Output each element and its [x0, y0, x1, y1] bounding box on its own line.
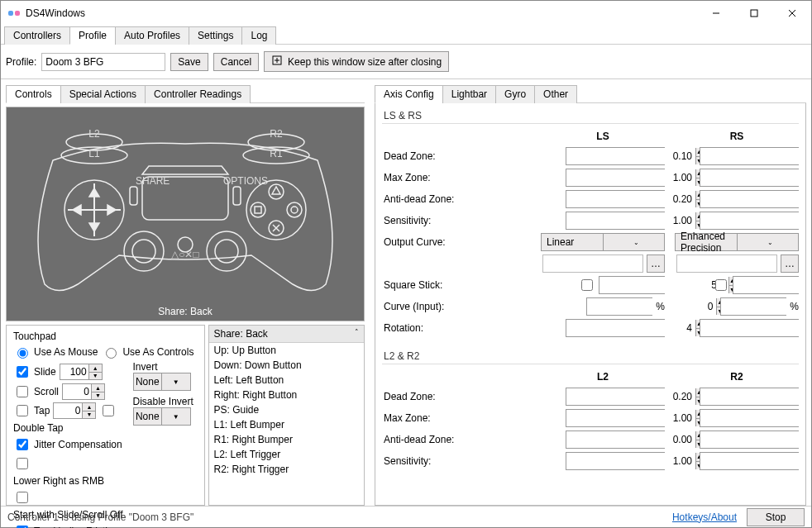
mapping-item[interactable]: Down: Down Button [209, 358, 365, 373]
tap-spin[interactable]: ▲▼ [53, 402, 96, 419]
l2-sens-input[interactable]: ▲▼ [566, 452, 665, 470]
rs-curvein-input[interactable]: ▲▼ [720, 297, 786, 316]
svg-text:R1: R1 [270, 148, 283, 159]
svg-text:L1: L1 [88, 148, 100, 159]
tab-axis-config[interactable]: Axis Config [375, 85, 443, 103]
left-subtabs: Controls Special Actions Controller Read… [6, 84, 365, 103]
tab-special-actions[interactable]: Special Actions [60, 85, 146, 103]
slide-check[interactable] [17, 366, 28, 378]
ls-sens-input[interactable]: ▲▼ [566, 212, 665, 230]
save-button[interactable]: Save [170, 53, 208, 71]
mapping-item[interactable]: Up: Up Button [209, 343, 365, 358]
minimize-button[interactable] [697, 1, 735, 26]
ls-maxzone-label: Max Zone: [382, 167, 531, 188]
ls-antidead-input[interactable]: ▲▼ [566, 190, 665, 208]
tab-auto-profiles[interactable]: Auto Profiles [115, 26, 189, 45]
ls-antidead-label: Anti-dead Zone: [382, 188, 531, 210]
slide-spin[interactable]: ▲▼ [60, 364, 103, 380]
mapping-item[interactable]: L2: Left Trigger [209, 447, 365, 462]
rs-sens-input[interactable]: ▲▼ [700, 212, 799, 230]
status-text: Controller 1 is using Profile "Doom 3 BF… [7, 511, 193, 523]
svg-point-27 [291, 207, 298, 213]
controller-diagram[interactable]: L2 R2 L1 R1 SHARE OPTIONS [6, 107, 365, 321]
jitter-check[interactable] [17, 439, 28, 450]
r2-sens-input[interactable]: ▲▼ [700, 452, 799, 470]
rs-deadzone-input[interactable]: ▲▼ [700, 147, 799, 165]
lsrs-section-label: LS & RS [382, 107, 799, 124]
start-slide-off-check[interactable] [17, 492, 28, 503]
tap-check[interactable] [17, 405, 28, 416]
rs-browse-button[interactable]: … [781, 254, 799, 273]
mapping-list: Share: Back ˄ Up: Up Button Down: Down B… [208, 325, 365, 506]
rs-maxzone-input[interactable]: ▲▼ [700, 169, 799, 187]
rs-square-check[interactable] [715, 279, 727, 291]
tab-controls[interactable]: Controls [6, 85, 61, 103]
tab-log[interactable]: Log [241, 26, 276, 45]
tab-other[interactable]: Other [534, 85, 577, 103]
scroll-spin[interactable]: ▲▼ [62, 383, 105, 400]
chevron-up-icon[interactable]: ˄ [355, 328, 359, 340]
mapping-item[interactable]: Right: Right Button [209, 388, 365, 402]
axis-config-panel[interactable]: LS & RS LSRS Dead Zone: ▲▼ ▲▼ Max Zone: … [375, 103, 806, 506]
ls-outputcurve-combo[interactable]: Linear⌄ [541, 233, 665, 251]
ls-deadzone-label: Dead Zone: [382, 145, 531, 167]
invert-combo[interactable]: None▼ [133, 373, 191, 391]
ls-browse-button[interactable]: … [647, 254, 665, 273]
doubletap-check[interactable] [103, 405, 114, 416]
scroll-check[interactable] [17, 386, 28, 397]
l2-deadzone-input[interactable]: ▲▼ [566, 388, 665, 406]
tab-settings[interactable]: Settings [189, 26, 242, 45]
hotkeys-link[interactable]: Hotkeys/About [672, 511, 737, 523]
hover-mapping-label: Share: Back [158, 306, 212, 317]
mapping-item[interactable]: Left: Left Button [209, 373, 365, 388]
tab-profile[interactable]: Profile [69, 26, 116, 45]
use-as-mouse-radio[interactable] [17, 348, 28, 359]
r2-antidead-input[interactable]: ▲▼ [700, 430, 799, 449]
profile-bar: Profile: Save Cancel Keep this window si… [1, 45, 811, 78]
rs-rotation-input[interactable]: ▲▼ [700, 319, 799, 337]
stop-button[interactable]: Stop [747, 508, 805, 526]
svg-rect-0 [8, 11, 13, 16]
tab-lightbar[interactable]: Lightbar [442, 85, 496, 103]
ls-maxzone-input[interactable]: ▲▼ [566, 169, 665, 187]
tab-gyro[interactable]: Gyro [495, 85, 535, 103]
lower-right-rmb-check[interactable] [17, 458, 28, 469]
l2-antidead-input[interactable]: ▲▼ [566, 430, 665, 449]
rs-square-input[interactable]: ▲▼ [733, 276, 799, 294]
mapping-item[interactable]: R2: Right Trigger [209, 462, 365, 477]
rs-antidead-input[interactable]: ▲▼ [700, 190, 799, 208]
ls-sens-label: Sensitivity: [382, 210, 531, 231]
resize-icon [271, 55, 283, 69]
use-as-controls-radio[interactable] [106, 348, 117, 359]
maximize-button[interactable] [735, 1, 773, 26]
ls-rotation-input[interactable]: ▲▼ [566, 319, 665, 337]
squarestick-label: Square Stick: [382, 274, 531, 296]
mapping-item[interactable]: R1: Right Bumper [209, 432, 365, 447]
l2-maxzone-input[interactable]: ▲▼ [566, 409, 665, 427]
close-button[interactable] [773, 1, 811, 26]
rs-outputcurve-combo[interactable]: Enhanced Precision⌄ [675, 233, 799, 251]
svg-text:OPTIONS: OPTIONS [223, 175, 268, 187]
ls-square-check[interactable] [581, 279, 593, 291]
ls-curvein-input[interactable]: ▲▼ [586, 297, 652, 316]
tab-controller-readings[interactable]: Controller Readings [145, 85, 251, 103]
r2-deadzone-input[interactable]: ▲▼ [700, 388, 799, 406]
mapping-item[interactable]: L1: Left Bumper [209, 417, 365, 432]
disable-invert-combo[interactable]: None▼ [133, 407, 191, 426]
cancel-button[interactable]: Cancel [213, 53, 259, 71]
right-subtabs: Axis Config Lightbar Gyro Other [375, 84, 806, 103]
ls-custom-curve-text[interactable] [542, 254, 643, 273]
ls-deadzone-input[interactable]: ▲▼ [566, 147, 665, 165]
tab-controllers[interactable]: Controllers [4, 26, 70, 45]
l2-header: L2 [541, 368, 665, 386]
profile-name-input[interactable] [41, 53, 165, 71]
profile-label: Profile: [6, 56, 36, 68]
controller-svg-icon: L2 R2 L1 R1 SHARE OPTIONS [12, 111, 359, 301]
svg-rect-19 [233, 187, 241, 205]
keep-window-size-button[interactable]: Keep this window size after closing [264, 51, 449, 72]
mapping-item[interactable]: PS: Guide [209, 402, 365, 417]
ls-square-input[interactable]: ▲▼ [599, 276, 665, 294]
rs-custom-curve-text[interactable] [676, 254, 777, 273]
r2-header: R2 [675, 368, 799, 386]
r2-maxzone-input[interactable]: ▲▼ [700, 409, 799, 427]
